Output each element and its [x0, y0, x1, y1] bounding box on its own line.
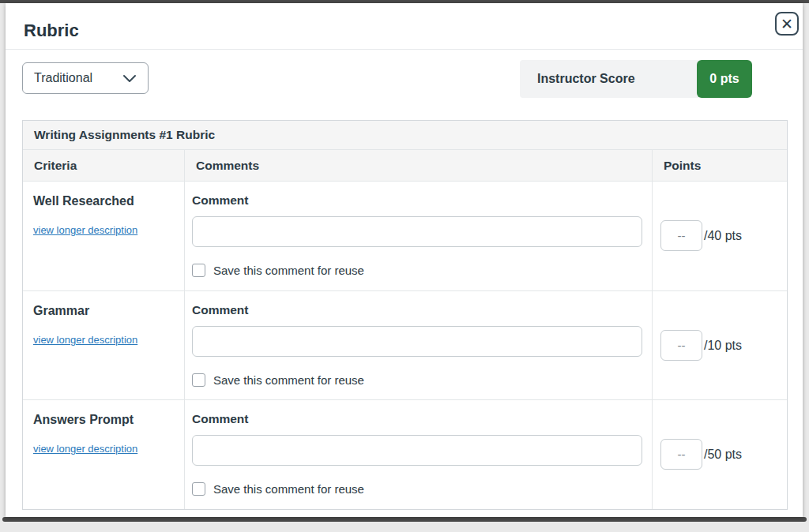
comment-label: Comment: [192, 193, 642, 208]
save-comment-row: Save this comment for reuse: [192, 373, 642, 387]
criteria-cell: Grammar view longer description: [23, 291, 185, 400]
column-header-criteria: Criteria: [23, 150, 185, 181]
rubric-view-select[interactable]: Traditional: [22, 62, 149, 94]
comments-cell: Comment Save this comment for reuse: [185, 291, 653, 400]
comment-label: Comment: [192, 303, 642, 317]
save-comment-row: Save this comment for reuse: [192, 482, 642, 496]
criteria-cell: Well Researched view longer description: [23, 182, 185, 290]
comment-label: Comment: [192, 412, 642, 426]
instructor-score-label-box: Instructor Score: [520, 60, 699, 98]
page-bottom-edge: [2, 517, 807, 522]
criterion-name: Grammar: [33, 304, 175, 318]
view-longer-description-link[interactable]: view longer description: [33, 334, 137, 346]
points-total: /10 pts: [704, 330, 742, 361]
score-input[interactable]: [660, 439, 702, 470]
close-icon: ✕: [781, 17, 793, 32]
save-comment-label: Save this comment for reuse: [213, 373, 364, 387]
criterion-name: Answers Prompt: [33, 413, 175, 427]
score-input[interactable]: [660, 220, 702, 251]
rubric-table-header: Criteria Comments Points: [23, 150, 787, 182]
points-total: /50 pts: [704, 439, 742, 470]
save-comment-checkbox[interactable]: [192, 373, 205, 387]
dialog-title: Rubric: [24, 21, 79, 41]
title-divider: [6, 49, 803, 50]
table-row: Grammar view longer description Comment …: [23, 291, 787, 401]
points-total: /40 pts: [704, 220, 742, 251]
table-row: Answers Prompt view longer description C…: [23, 400, 787, 509]
comment-input[interactable]: [192, 326, 642, 357]
save-comment-checkbox[interactable]: [192, 482, 205, 496]
table-row: Well Researched view longer description …: [23, 182, 787, 291]
comments-cell: Comment Save this comment for reuse: [185, 182, 653, 290]
points-cell: /40 pts: [653, 182, 787, 290]
instructor-score-badge: 0 pts: [697, 60, 752, 98]
save-comment-row: Save this comment for reuse: [192, 264, 642, 277]
view-longer-description-link[interactable]: view longer description: [33, 443, 137, 455]
close-button[interactable]: ✕: [775, 12, 799, 36]
save-comment-label: Save this comment for reuse: [213, 482, 364, 496]
score-input[interactable]: [660, 330, 702, 361]
column-header-comments: Comments: [185, 150, 653, 181]
rubric-view-select-value: Traditional: [34, 71, 92, 85]
instructor-score-widget: Instructor Score 0 pts: [520, 60, 752, 98]
points-cell: /50 pts: [653, 400, 787, 509]
comment-input[interactable]: [192, 216, 642, 247]
instructor-score-label: Instructor Score: [537, 72, 635, 86]
column-header-points: Points: [653, 150, 787, 181]
save-comment-checkbox[interactable]: [192, 264, 205, 277]
criterion-name: Well Researched: [33, 194, 175, 208]
view-longer-description-link[interactable]: view longer description: [33, 224, 137, 236]
comment-input[interactable]: [192, 435, 642, 466]
comments-cell: Comment Save this comment for reuse: [185, 400, 653, 509]
points-cell: /10 pts: [653, 291, 787, 400]
save-comment-label: Save this comment for reuse: [213, 264, 364, 277]
rubric-table-caption: Writing Assignments #1 Rubric: [23, 121, 787, 150]
chevron-down-icon: [122, 73, 137, 83]
instructor-score-value: 0 pts: [709, 72, 739, 86]
rubric-dialog: Rubric ✕ Traditional Instructor Score 0 …: [6, 3, 803, 517]
criteria-cell: Answers Prompt view longer description: [23, 400, 185, 509]
rubric-table: Writing Assignments #1 Rubric Criteria C…: [22, 120, 788, 510]
